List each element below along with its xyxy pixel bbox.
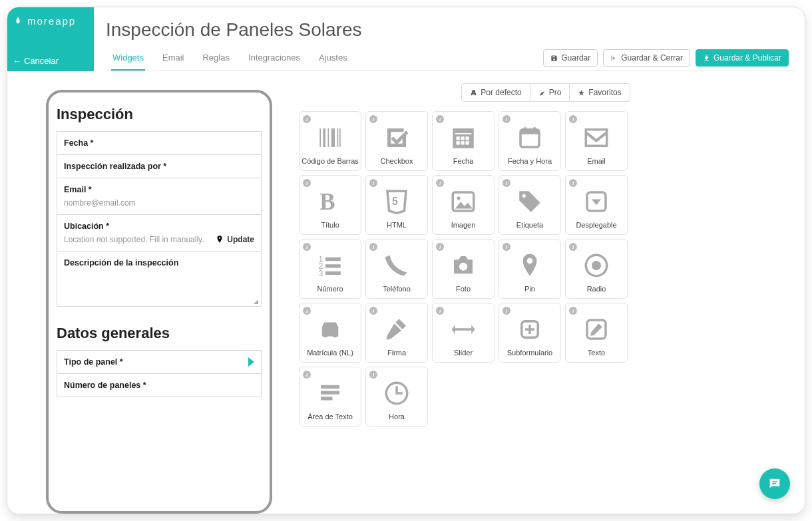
info-icon[interactable]: [303, 307, 311, 315]
tab-integraciones[interactable]: Integraciones: [247, 46, 302, 71]
info-icon[interactable]: [369, 179, 377, 187]
tab-email[interactable]: Email: [161, 46, 186, 71]
section-title: Inspección: [57, 106, 262, 123]
form-preview: Inspección Fecha *Inspección realizada p…: [46, 90, 272, 514]
tab-reglas[interactable]: Reglas: [201, 46, 230, 71]
widget-phone[interactable]: Teléfono: [365, 239, 428, 299]
widget-subform[interactable]: Subformulario: [499, 303, 561, 363]
info-icon[interactable]: [369, 243, 377, 251]
info-icon[interactable]: [436, 179, 444, 187]
svg-point-5: [457, 196, 460, 200]
chat-fab[interactable]: [759, 468, 790, 499]
widget-tag[interactable]: Etiqueta: [499, 175, 561, 235]
info-icon[interactable]: [569, 179, 577, 187]
svg-text:B: B: [319, 189, 335, 215]
widget-textarea[interactable]: Área de Texto: [299, 367, 361, 427]
info-icon[interactable]: [436, 243, 444, 251]
widget-radio[interactable]: Radio: [565, 239, 628, 299]
widget-select[interactable]: Desplegable: [565, 175, 628, 235]
info-icon[interactable]: [503, 243, 510, 251]
widget-heading[interactable]: BTítulo: [299, 175, 361, 235]
widget-slider[interactable]: Slider: [432, 303, 495, 363]
info-icon[interactable]: [303, 243, 311, 251]
cancel-button[interactable]: ←Cancelar: [13, 56, 89, 66]
info-icon[interactable]: [503, 179, 510, 187]
chevron-right-icon: [248, 357, 254, 367]
info-icon[interactable]: [369, 307, 377, 315]
widget-text[interactable]: Texto: [565, 303, 628, 363]
section-title: Datos generales: [57, 325, 262, 342]
form-field[interactable]: Tipo de panel *: [57, 350, 262, 374]
info-icon[interactable]: [303, 179, 311, 187]
page-title: Inspección de Paneles Solares: [106, 19, 797, 41]
svg-point-18: [323, 333, 328, 337]
widget-time[interactable]: Hora: [365, 367, 428, 427]
svg-rect-23: [321, 391, 339, 395]
svg-point-6: [522, 194, 526, 198]
brand-logo: moreapp: [13, 15, 89, 27]
widget-barcode[interactable]: Código de Barras: [299, 111, 361, 171]
info-icon[interactable]: [369, 371, 377, 379]
widget-number[interactable]: 123Número: [299, 239, 361, 299]
info-icon[interactable]: [569, 243, 577, 251]
widget-photo[interactable]: Foto: [432, 239, 495, 299]
tab-ajustes[interactable]: Ajustes: [317, 46, 349, 71]
filter-default[interactable]: Por defecto: [461, 83, 530, 102]
form-field[interactable]: Número de paneles *: [57, 373, 262, 397]
info-icon[interactable]: [436, 115, 444, 123]
svg-rect-12: [325, 264, 341, 267]
widget-plate[interactable]: Matrícula (NL): [299, 303, 361, 363]
info-icon[interactable]: [503, 115, 510, 123]
widget-sign[interactable]: Firma: [365, 303, 428, 363]
widget-html[interactable]: 5HTML: [365, 175, 428, 235]
info-icon[interactable]: [569, 115, 577, 123]
save-button[interactable]: Guardar: [543, 49, 598, 67]
info-icon[interactable]: [436, 307, 444, 315]
filter-favorites[interactable]: Favoritos: [570, 83, 630, 102]
info-icon[interactable]: [303, 115, 311, 123]
info-icon[interactable]: [503, 307, 510, 315]
info-icon[interactable]: [569, 307, 577, 315]
svg-point-19: [333, 333, 337, 337]
widget-datetime[interactable]: Fecha y Hora: [499, 111, 561, 171]
svg-rect-13: [325, 271, 341, 275]
update-location-button[interactable]: Update: [215, 235, 254, 244]
save-publish-button[interactable]: Guardar & Publicar: [696, 49, 789, 67]
save-close-button[interactable]: Guardar & Cerrar: [603, 49, 690, 67]
widget-email[interactable]: Email: [565, 111, 628, 171]
info-icon[interactable]: [369, 115, 377, 123]
widget-date[interactable]: Fecha: [432, 111, 495, 171]
widget-pin[interactable]: Pin: [499, 239, 561, 299]
svg-point-14: [459, 263, 467, 271]
widget-image[interactable]: Imagen: [432, 175, 495, 235]
svg-rect-24: [321, 397, 333, 400]
form-field[interactable]: Fecha *: [57, 131, 262, 155]
svg-point-15: [527, 258, 533, 264]
form-field[interactable]: Inspección realizada por *: [57, 154, 262, 178]
svg-text:5: 5: [392, 196, 398, 207]
form-field[interactable]: Email *nombre@email.com: [57, 178, 262, 215]
svg-rect-11: [325, 258, 341, 261]
info-icon[interactable]: [303, 371, 311, 379]
svg-point-17: [592, 261, 601, 270]
filter-pro[interactable]: Pro: [530, 83, 570, 102]
svg-text:3: 3: [319, 269, 323, 278]
form-field[interactable]: Descripción de la inspección◢: [57, 251, 262, 307]
tabs: WidgetsEmailReglasIntegracionesAjustes: [106, 46, 354, 71]
svg-rect-22: [321, 385, 339, 389]
tab-widgets[interactable]: Widgets: [111, 46, 145, 71]
form-field[interactable]: Ubicación *Location not supported. Fill …: [57, 214, 262, 252]
widget-checkbox[interactable]: Checkbox: [365, 111, 428, 171]
widget-grid: Código de BarrasCheckboxFechaFecha y Hor…: [299, 111, 793, 427]
